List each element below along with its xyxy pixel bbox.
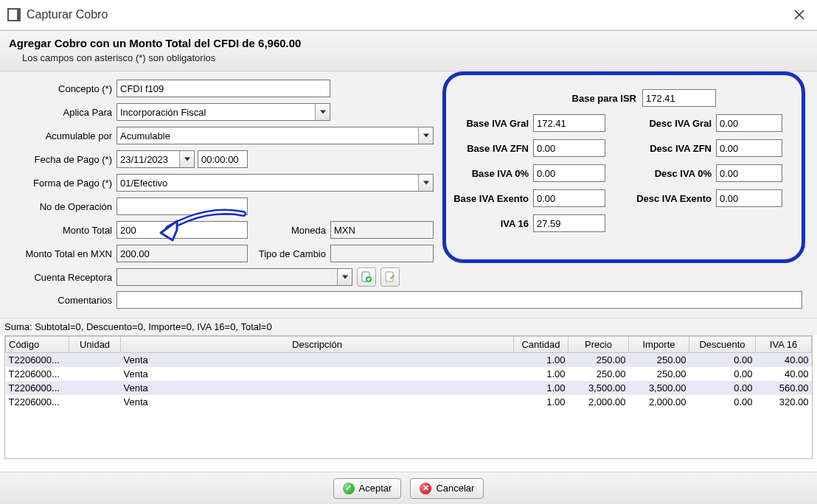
header-subtitle: Los campos con asterisco (*) son obligat…: [9, 52, 808, 63]
tax-panel: Base para ISR Base IVA Gral Desc IVA Gra…: [442, 71, 805, 263]
label-desc-iva-exento: Desc IVA Exento: [605, 193, 716, 204]
label-cuenta: Cuenta Receptora: [6, 272, 117, 283]
left-form: Concepto (*) Aplica Para Incorporación F…: [6, 79, 441, 287]
label-fecha: Fecha de Pago (*): [6, 154, 117, 165]
hora-input[interactable]: [198, 150, 248, 168]
x-icon: ✕: [420, 483, 431, 494]
col-descuento[interactable]: Descuento: [689, 337, 756, 353]
cancel-button[interactable]: ✕ Cancelar: [410, 478, 484, 499]
concepto-input[interactable]: [117, 80, 330, 97]
col-unidad[interactable]: Unidad: [69, 337, 121, 353]
desc-iva-0-input[interactable]: [716, 164, 782, 182]
chevron-down-icon: [418, 175, 433, 191]
check-icon: ✓: [343, 483, 355, 494]
noop-input[interactable]: [117, 197, 248, 215]
label-desc-iva-zfn: Desc IVA ZFN: [605, 143, 716, 154]
close-button[interactable]: [789, 4, 810, 25]
montomxn-input: [117, 245, 248, 262]
label-base-iva-gral: Base IVA Gral: [453, 118, 533, 129]
aplica-value: Incorporación Fiscal: [117, 107, 315, 118]
desc-iva-gral-input[interactable]: [716, 114, 782, 132]
forma-combo[interactable]: 01/Efectivo: [117, 174, 434, 192]
table-row[interactable]: T2206000...Venta1.002,000.002,000.000.00…: [6, 395, 812, 409]
footer: ✓ Aceptar ✕ Cancelar: [0, 472, 817, 504]
chevron-down-icon: [337, 269, 352, 285]
label-noop: No de Operación: [6, 201, 117, 212]
col-codigo[interactable]: Código: [6, 337, 69, 353]
cuenta-combo[interactable]: [117, 268, 352, 286]
col-desc[interactable]: Descripción: [121, 337, 514, 353]
moneda-input: [330, 221, 434, 239]
window-title: Capturar Cobro: [27, 8, 789, 21]
document-add-icon: [361, 271, 372, 283]
label-concepto: Concepto (*): [6, 83, 117, 94]
iva16-input[interactable]: [533, 214, 605, 232]
chevron-down-icon: [315, 104, 330, 120]
acumulable-value: Acumulable: [117, 130, 418, 141]
monto-input[interactable]: [117, 221, 248, 239]
label-forma: Forma de Pago (*): [6, 178, 117, 189]
table-row[interactable]: T2206000...Venta1.00250.00250.000.0040.0…: [6, 353, 812, 368]
fecha-combo[interactable]: 23/11/2023: [117, 150, 195, 168]
base-iva-exento-input[interactable]: [533, 189, 605, 207]
label-acumulable: Acumulable por: [6, 130, 117, 141]
acumulable-combo[interactable]: Acumulable: [117, 127, 434, 144]
document-edit-icon: [384, 271, 396, 283]
form-area: Concepto (*) Aplica Para Incorporación F…: [0, 71, 817, 318]
col-cant[interactable]: Cantidad: [514, 337, 569, 353]
header-title: Agregar Cobro con un Monto Total del CFD…: [9, 37, 808, 49]
comentarios-input[interactable]: [117, 291, 802, 309]
label-tipocambio: Tipo de Cambio: [248, 248, 330, 259]
accept-label: Aceptar: [359, 483, 392, 494]
label-base-iva-exento: Base IVA Exento: [453, 193, 533, 204]
label-desc-iva-0: Desc IVA 0%: [605, 168, 716, 179]
col-iva[interactable]: IVA 16: [756, 337, 812, 353]
label-base-isr: Base para ISR: [505, 93, 642, 104]
detail-grid[interactable]: Código Unidad Descripción Cantidad Preci…: [4, 335, 813, 459]
edit-account-button[interactable]: [380, 267, 400, 287]
close-icon: [793, 9, 805, 21]
grid-header: Código Unidad Descripción Cantidad Preci…: [6, 337, 812, 353]
label-iva16: IVA 16: [453, 218, 533, 229]
col-precio[interactable]: Precio: [569, 337, 629, 353]
label-monto: Monto Total: [6, 225, 117, 236]
fecha-value: 23/11/2023: [117, 154, 179, 165]
table-row[interactable]: T2206000...Venta1.003,500.003,500.000.00…: [6, 381, 812, 395]
tipocambio-input: [330, 245, 434, 262]
desc-iva-exento-input[interactable]: [716, 189, 782, 207]
label-base-iva-zfn: Base IVA ZFN: [453, 143, 533, 154]
add-account-button[interactable]: [357, 267, 376, 287]
label-moneda: Moneda: [248, 225, 330, 236]
base-iva-gral-input[interactable]: [533, 114, 605, 132]
desc-iva-zfn-input[interactable]: [716, 139, 782, 157]
chevron-down-icon: [418, 127, 433, 144]
base-iva-zfn-input[interactable]: [533, 139, 605, 157]
aplica-combo[interactable]: Incorporación Fiscal: [117, 103, 330, 121]
header-band: Agregar Cobro con un Monto Total del CFD…: [0, 30, 817, 71]
label-base-iva-0: Base IVA 0%: [453, 168, 533, 179]
chevron-down-icon: [179, 151, 194, 167]
label-aplica: Aplica Para: [6, 107, 117, 118]
cancel-label: Cancelar: [436, 483, 474, 494]
table-row[interactable]: T2206000...Venta1.00250.00250.000.0040.0…: [6, 367, 812, 381]
col-importe[interactable]: Importe: [629, 337, 689, 353]
accept-button[interactable]: ✓ Aceptar: [333, 478, 402, 499]
label-montomxn: Monto Total en MXN: [6, 248, 117, 259]
forma-value: 01/Efectivo: [117, 178, 418, 189]
label-comentarios: Comentarios: [6, 295, 117, 306]
sum-line: Suma: Subtotal=0, Descuento=0, Importe=0…: [0, 318, 817, 335]
app-icon: [7, 8, 21, 21]
label-desc-iva-gral: Desc IVA Gral: [605, 118, 716, 129]
base-isr-input[interactable]: [642, 89, 716, 107]
base-iva-0-input[interactable]: [533, 164, 605, 182]
titlebar: Capturar Cobro: [0, 0, 817, 30]
